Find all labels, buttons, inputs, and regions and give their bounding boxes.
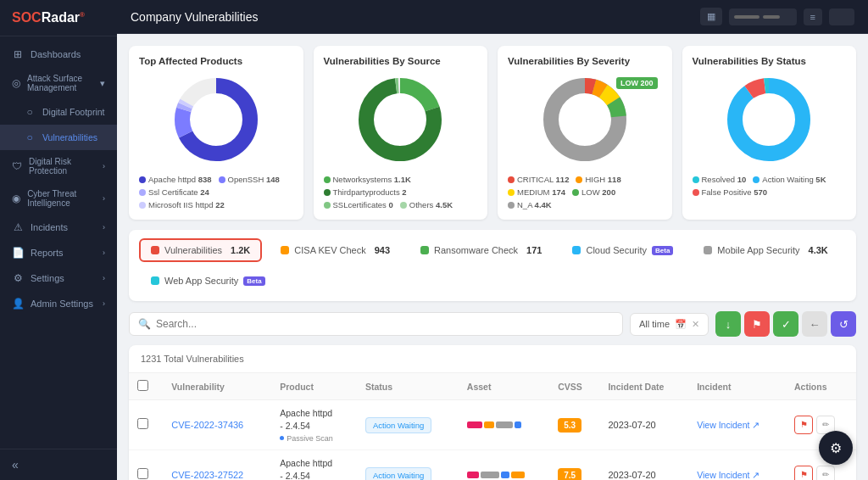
- table-row: CVE-2023-27522 Apache httpd- 2.4.54 Pass…: [129, 449, 856, 480]
- chart-title: Vulnerabilities By Source: [324, 56, 478, 66]
- sidebar-collapse[interactable]: «: [0, 449, 117, 480]
- sidebar-item-label: Cyber Threat Intelligence: [27, 189, 96, 208]
- dashboards-icon: ⊞: [12, 48, 24, 60]
- fab-settings[interactable]: ⚙: [819, 431, 853, 465]
- header-extra: [829, 8, 854, 25]
- row-cve: CVE-2023-27522: [163, 449, 271, 480]
- data-table: Vulnerability Product Status Asset CVSS …: [129, 373, 856, 480]
- tab-label: CISA KEV Check: [294, 245, 365, 255]
- legend-dot: [324, 202, 331, 209]
- sidebar-item-digital-risk[interactable]: 🛡 Digital Risk Protection ›: [0, 150, 117, 182]
- filter-tab-mobile-app[interactable]: Mobile App Security 4.3K: [692, 238, 839, 262]
- sidebar-item-vulnerabilities[interactable]: ○ Vulnerabilities: [0, 125, 117, 150]
- legend-dot: [753, 176, 760, 183]
- legend-item: Resolved 10: [693, 175, 747, 184]
- row-asset: [459, 449, 549, 480]
- close-icon[interactable]: ✕: [692, 319, 699, 330]
- table-row: CVE-2022-37436 Apache httpd- 2.4.54 Pass…: [129, 400, 856, 450]
- page-header: Company Vulnerabilities ▦ ≡: [117, 0, 868, 34]
- donut-by-source: [324, 73, 478, 166]
- legend-label: Resolved 10: [702, 175, 747, 184]
- date-filter-label: All time: [639, 319, 670, 329]
- chart-legend-by-status: Resolved 10 Action Waiting 5K False Posi…: [693, 175, 847, 197]
- row-checkbox[interactable]: [129, 400, 163, 450]
- beta-badge: Beta: [243, 276, 264, 286]
- chevron-right-icon: ›: [103, 223, 105, 232]
- col-vulnerability: Vulnerability: [163, 373, 271, 400]
- filter-tab-cisa-kev[interactable]: CISA KEV Check 943: [269, 238, 402, 262]
- legend-dot: [508, 202, 515, 209]
- vulnerabilities-icon: ○: [24, 131, 36, 143]
- legend-item: MEDIUM 174: [508, 187, 565, 197]
- download-btn[interactable]: ↓: [715, 311, 741, 337]
- sidebar-item-admin[interactable]: 👤 Admin Settings ›: [0, 291, 117, 316]
- legend-dot: [219, 176, 225, 183]
- cvss-score: 7.5: [558, 468, 581, 480]
- view-incident-link[interactable]: View Incident ↗: [697, 470, 777, 480]
- filter-tab-vulnerabilities[interactable]: Vulnerabilities 1.2K: [139, 238, 262, 262]
- row-action-buttons: ⚑ ✏: [794, 466, 848, 480]
- sidebar-item-label: Reports: [31, 248, 64, 258]
- sidebar-item-cyber-threat[interactable]: ◉ Cyber Threat Intelligence ›: [0, 182, 117, 215]
- sidebar-item-digital-footprint[interactable]: ○ Digital Footprint: [0, 99, 117, 125]
- footprint-icon: ○: [24, 106, 36, 118]
- settings-icon: ⚙: [12, 272, 24, 284]
- legend-item: Networksystems 1.1K: [324, 175, 411, 184]
- edit-action-btn[interactable]: ✏: [816, 466, 835, 480]
- chart-top-affected: Top Affected Products: [129, 46, 303, 220]
- search-input[interactable]: [156, 318, 614, 330]
- tab-dot: [151, 246, 159, 254]
- flag-action-btn[interactable]: ⚑: [794, 416, 813, 434]
- sidebar-item-attack-surface[interactable]: ◎ Attack Surface Management ▾: [0, 67, 117, 99]
- legend-item: Ssl Certificate 24: [139, 187, 209, 197]
- filter-tab-ransomware[interactable]: Ransomware Check 171: [409, 238, 554, 262]
- charts-row: Top Affected Products: [129, 46, 856, 220]
- filter-tab-web-app[interactable]: Web App Security Beta: [139, 269, 277, 293]
- row-status: Action Waiting: [357, 449, 459, 480]
- chevron-down-icon: ▾: [100, 78, 105, 89]
- legend-label: HIGH 118: [585, 175, 620, 184]
- sidebar-item-settings[interactable]: ⚙ Settings ›: [0, 265, 117, 291]
- chart-title: Vulnerabilities By Status: [693, 56, 847, 66]
- cve-link[interactable]: CVE-2022-37436: [171, 420, 243, 430]
- chart-by-source: Vulnerabilities By Source: [314, 46, 488, 220]
- action-buttons: ↓ ⚑ ✓ ← ↺: [715, 311, 856, 337]
- legend-item: Others 4.5K: [400, 200, 453, 209]
- legend-item: CRITICAL 112: [508, 175, 569, 184]
- row-product: Apache httpd- 2.4.54 Passive Scan: [271, 400, 357, 450]
- legend-item: OpenSSH 148: [219, 175, 280, 184]
- date-filter[interactable]: All time 📅 ✕: [630, 313, 709, 336]
- legend-dot: [400, 202, 407, 209]
- legend-item: SSLcertificates 0: [324, 200, 393, 209]
- sidebar-item-dashboards[interactable]: ⊞ Dashboards: [0, 42, 117, 67]
- status-badge: Action Waiting: [365, 467, 431, 480]
- row-cvss: 7.5: [549, 449, 599, 480]
- check-btn[interactable]: ✓: [773, 311, 798, 337]
- view-incident-link[interactable]: View Incident ↗: [697, 420, 777, 430]
- row-incident: View Incident ↗: [688, 400, 786, 450]
- filter-tab-cloud-security[interactable]: Cloud Security Beta: [560, 238, 685, 262]
- select-all-checkbox[interactable]: [137, 380, 148, 391]
- sidebar-item-incidents[interactable]: ⚠ Incidents ›: [0, 215, 117, 240]
- legend-dot: [576, 176, 582, 183]
- back-btn[interactable]: ←: [802, 311, 827, 337]
- digital-risk-icon: 🛡: [12, 160, 22, 172]
- row-checkbox[interactable]: [129, 449, 163, 480]
- flag-btn[interactable]: ⚑: [744, 311, 770, 337]
- scan-type: Passive Scan: [280, 434, 333, 443]
- legend-label: Ssl Certificate 24: [148, 187, 209, 197]
- chart-by-status: Vulnerabilities By Status Resolved 10: [682, 46, 857, 220]
- grid-view-btn[interactable]: ▦: [700, 8, 722, 25]
- cve-link[interactable]: CVE-2023-27522: [171, 470, 243, 480]
- search-input-wrapper[interactable]: 🔍: [129, 312, 623, 336]
- flag-action-btn[interactable]: ⚑: [794, 466, 813, 480]
- refresh-btn[interactable]: ↺: [831, 311, 856, 337]
- tab-count: 943: [375, 245, 390, 255]
- legend-item: Thirdpartyproducts 2: [324, 187, 407, 197]
- legend-label: LOW 200: [581, 187, 615, 197]
- sidebar-item-label: Dashboards: [31, 49, 81, 59]
- legend-label: False Positive 570: [702, 187, 768, 197]
- sidebar-item-reports[interactable]: 📄 Reports ›: [0, 240, 117, 265]
- header-menu-btn[interactable]: ≡: [804, 8, 822, 25]
- chart-legend-by-severity: CRITICAL 112 HIGH 118 MEDIUM 174 LOW 200: [508, 175, 662, 209]
